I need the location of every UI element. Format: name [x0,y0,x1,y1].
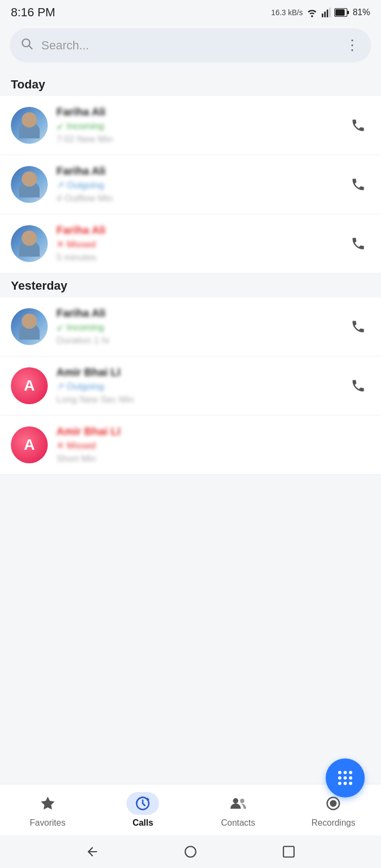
call-item: A Amir Bhai LI ✕ Missed Short Min [0,416,381,475]
nav-label-contacts: Contacts [221,818,255,828]
svg-rect-2 [327,10,328,17]
call-phone-button[interactable] [346,113,370,137]
call-type: ✕ Missed [56,440,338,451]
call-name: Amir Bhai LI [56,366,338,379]
status-time: 8:16 PM [11,5,55,20]
call-type: ↗ Outgoing [56,381,338,392]
call-name: Fariha Ali [56,165,338,177]
call-info: Fariha Ali ↙ Incoming Duration 1 hr [56,307,338,346]
recents-button[interactable] [282,845,296,859]
call-phone-button[interactable] [346,315,370,339]
battery-percent: 81% [353,8,370,17]
svg-marker-10 [147,797,150,800]
svg-point-11 [233,798,238,803]
svg-rect-0 [322,14,323,17]
calls-icon-wrap [126,792,159,815]
avatar [11,166,48,203]
call-time: 7:02 New Min [56,134,338,145]
search-bar[interactable]: Search... ⋮ [10,28,371,62]
svg-point-15 [185,846,196,857]
svg-rect-1 [324,11,326,17]
section-today: Today Fariha Ali ↙ Incoming 7:02 New Min… [0,72,381,273]
svg-point-12 [240,799,244,803]
status-right: 16.3 kB/s 81% [271,7,370,18]
call-phone-button[interactable] [346,173,370,196]
call-info: Fariha Ali ↙ Incoming 7:02 New Min [56,106,338,145]
call-item: Fariha Ali ✕ Missed 5 minutes [0,214,381,273]
svg-rect-3 [329,8,331,17]
call-phone-button[interactable] [346,232,370,256]
call-type: ✕ Missed [56,239,338,250]
record-icon [325,795,341,812]
call-info: Amir Bhai LI ✕ Missed Short Min [56,425,338,464]
svg-rect-16 [283,846,294,857]
avatar: A [11,426,48,463]
contacts-icon-wrap [222,792,255,815]
call-type: ↙ Incoming [56,120,338,132]
svg-rect-5 [335,9,345,16]
nav-item-contacts[interactable]: Contacts [190,792,286,828]
nav-item-favorites[interactable]: Favorites [0,792,96,828]
avatar [11,308,48,345]
call-type: ↙ Incoming [56,322,338,333]
call-name: Fariha Ali [56,307,338,320]
section-header-today: Today [0,72,381,96]
svg-line-8 [29,46,33,49]
status-bar: 8:16 PM 16.3 kB/s 81% [0,0,381,23]
call-name: Amir Bhai LI [56,425,338,438]
call-item: Fariha Ali ↙ Incoming Duration 1 hr [0,297,381,356]
bottom-nav: Favorites Calls Contacts [0,784,381,835]
section-yesterday: Yesterday Fariha Ali ↙ Incoming Duration… [0,273,381,475]
section-header-yesterday: Yesterday [0,273,381,297]
call-info: Fariha Ali ✕ Missed 5 minutes [56,224,338,263]
svg-rect-6 [347,11,349,14]
call-list-yesterday: Fariha Ali ↙ Incoming Duration 1 hr A Am… [0,297,381,475]
system-nav [0,835,381,868]
search-icon [21,37,34,54]
nav-label-recordings: Recordings [312,818,355,828]
nav-label-calls: Calls [132,818,153,828]
people-icon [229,795,247,812]
avatar [11,107,48,144]
call-time: Duration 1 hr [56,335,338,346]
avatar: A [11,367,48,404]
battery-icon [334,8,350,17]
call-phone-button[interactable] [346,374,370,398]
call-item: Fariha Ali ↙ Incoming 7:02 New Min [0,96,381,155]
nav-item-calls[interactable]: Calls [96,792,191,828]
call-time: 5 minutes [56,252,338,263]
favorites-icon-wrap [31,792,64,815]
call-info: Fariha Ali ↗ Outgoing 4 Outflow Min [56,165,338,204]
call-info: Amir Bhai LI ↗ Outgoing Long New Sec Min [56,366,338,405]
call-item: A Amir Bhai LI ↗ Outgoing Long New Sec M… [0,356,381,416]
nav-item-recordings[interactable]: Recordings [286,792,382,828]
signal-icon [321,7,331,18]
wifi-icon [306,8,318,17]
call-item: Fariha Ali ↗ Outgoing 4 Outflow Min [0,155,381,214]
home-button[interactable] [183,845,198,859]
network-speed: 16.3 kB/s [271,8,303,17]
call-time: Short Min [56,454,338,464]
back-button[interactable] [85,845,99,859]
clock-icon [135,795,151,812]
call-time: 4 Outflow Min [56,193,338,204]
call-type: ↗ Outgoing [56,180,338,191]
call-name: Fariha Ali [56,106,338,118]
call-name: Fariha Ali [56,224,338,237]
dialpad-icon [337,770,353,786]
more-icon[interactable]: ⋮ [345,37,360,54]
dialpad-fab[interactable] [326,758,365,797]
search-placeholder: Search... [41,39,338,53]
star-icon [40,795,56,812]
avatar [11,225,48,262]
svg-point-14 [330,800,337,807]
call-list-today: Fariha Ali ↙ Incoming 7:02 New Min Farih… [0,96,381,273]
nav-label-favorites: Favorites [30,818,66,828]
call-time: Long New Sec Min [56,394,338,405]
